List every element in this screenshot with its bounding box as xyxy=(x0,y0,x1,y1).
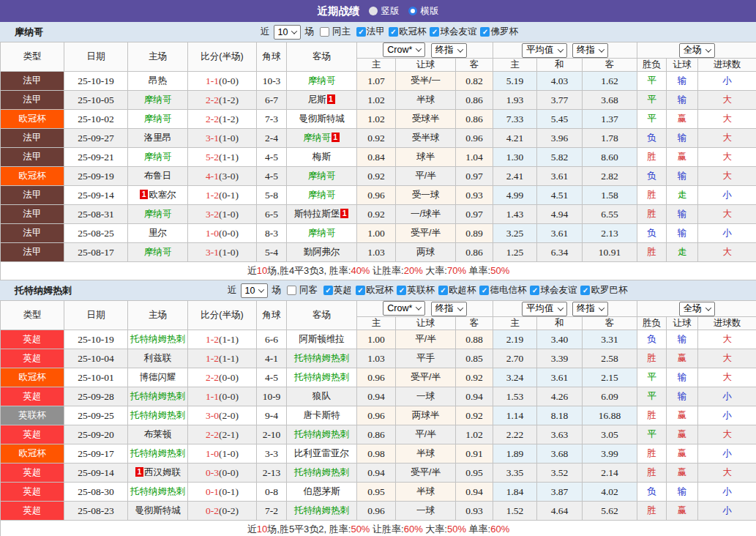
checkbox-unchecked-icon[interactable] xyxy=(320,27,329,37)
away-team[interactable]: 托特纳姆热刺 xyxy=(287,425,357,444)
home-team[interactable]: 利兹联 xyxy=(128,349,188,368)
away-team[interactable]: 比利亚雷亚尔 xyxy=(287,444,357,464)
league-filter-checkbox[interactable]: ✓法甲 xyxy=(356,26,385,38)
league-filter-checkbox[interactable]: ✓英超 xyxy=(323,284,352,297)
league-filters: ✓英超✓欧冠杯✓英联杯✓欧超杯✓德电信杯✓球会友谊✓欧罗巴杯 xyxy=(320,284,628,297)
checkbox-checked-icon[interactable]: ✓ xyxy=(397,286,406,295)
home-team[interactable]: 昂热 xyxy=(128,72,188,91)
corner-score: 6-6 xyxy=(257,330,287,349)
odds-home: 0.96 xyxy=(357,406,396,425)
league-filter-checkbox[interactable]: ✓欧冠杯 xyxy=(389,26,427,38)
away-team[interactable]: 阿斯顿维拉 xyxy=(287,330,357,349)
league-filter-checkbox[interactable]: ✓英联杯 xyxy=(397,284,435,297)
checkbox-checked-icon[interactable]: ✓ xyxy=(430,27,439,37)
league-filter-checkbox[interactable]: ✓欧冠杯 xyxy=(356,284,394,297)
away-team[interactable]: 曼彻斯特城 xyxy=(287,110,357,129)
checkbox-checked-icon[interactable]: ✓ xyxy=(479,286,489,295)
home-team[interactable]: 布莱顿 xyxy=(128,425,188,444)
average-source-select[interactable]: 平均值 xyxy=(522,43,567,58)
away-team[interactable]: 托特纳姆热刺 xyxy=(287,349,357,368)
away-team[interactable]: 托特纳姆热刺 xyxy=(287,464,357,483)
away-team[interactable]: 托特纳姆热刺 xyxy=(287,502,357,521)
odds-handicap: 受球半 xyxy=(396,110,456,129)
corner-score: 6-7 xyxy=(257,91,287,110)
home-team[interactable]: 摩纳哥 xyxy=(128,243,188,262)
away-team[interactable]: 梅斯 xyxy=(287,148,357,167)
away-team[interactable]: 托特纳姆热刺 xyxy=(287,368,357,387)
league-badge: 欧冠杯 xyxy=(1,110,64,129)
home-team[interactable]: 博德闪耀 xyxy=(128,368,188,387)
average-source-select[interactable]: 平均值 xyxy=(522,302,567,316)
league-filter-checkbox[interactable]: ✓佛罗杯 xyxy=(480,26,518,38)
away-team[interactable]: 唐卡斯特 xyxy=(287,406,357,425)
checkbox-checked-icon[interactable]: ✓ xyxy=(323,286,333,295)
odds-source-select[interactable]: Crow* xyxy=(383,42,425,57)
checkbox-checked-icon[interactable]: ✓ xyxy=(356,286,365,295)
same-venue-checkbox[interactable]: 同主 xyxy=(320,26,351,38)
home-team[interactable]: 布鲁日 xyxy=(128,167,188,186)
away-team[interactable]: 摩纳哥 xyxy=(287,167,357,186)
odds-home: 0.94 xyxy=(357,387,396,406)
league-filter-checkbox[interactable]: ✓欧超杯 xyxy=(438,284,476,297)
odds-home: 1.07 xyxy=(357,72,396,91)
league-filter-checkbox[interactable]: ✓球会友谊 xyxy=(530,284,577,297)
away-team[interactable]: 摩纳哥1 xyxy=(287,129,357,148)
league-filter-checkbox[interactable]: ✓欧罗巴杯 xyxy=(580,284,627,297)
checkbox-unchecked-icon[interactable] xyxy=(287,286,296,295)
odds-source-select[interactable]: Crow* xyxy=(383,301,425,316)
layout-radio-vertical[interactable]: 竖版 xyxy=(369,5,400,18)
checkbox-checked-icon[interactable]: ✓ xyxy=(356,27,366,37)
checkbox-checked-icon[interactable]: ✓ xyxy=(438,286,448,295)
same-venue-checkbox[interactable]: 同客 xyxy=(287,284,318,297)
away-team[interactable]: 摩纳哥 xyxy=(287,72,357,91)
odds-time-select[interactable]: 终指 xyxy=(431,43,467,58)
odds-away: 0.97 xyxy=(456,205,493,224)
home-team[interactable]: 托特纳姆热刺 xyxy=(128,444,188,464)
league-filter-checkbox[interactable]: ✓德电信杯 xyxy=(479,284,526,297)
checkbox-checked-icon[interactable]: ✓ xyxy=(530,286,539,295)
checkbox-checked-icon[interactable]: ✓ xyxy=(480,27,490,37)
away-team[interactable]: 勤阿弗尔 xyxy=(287,243,357,262)
sub-header-odds-home: 主 xyxy=(357,59,396,72)
odds-handicap: 平手 xyxy=(396,349,456,368)
home-team[interactable]: 托特纳姆热刺 xyxy=(128,387,188,406)
home-team[interactable]: 托特纳姆热刺 xyxy=(128,483,188,502)
odds-time-select[interactable]: 终指 xyxy=(431,302,467,316)
result-goals: 大 xyxy=(698,425,756,444)
avg-draw: 4.94 xyxy=(537,205,583,224)
average-time-select[interactable]: 终指 xyxy=(572,302,608,316)
away-team[interactable]: 伯恩茅斯 xyxy=(287,483,357,502)
result-goals: 大 xyxy=(698,129,756,148)
average-time-select[interactable]: 终指 xyxy=(572,43,608,58)
radio-horizontal-label: 横版 xyxy=(421,5,439,18)
checkbox-checked-icon[interactable]: ✓ xyxy=(389,27,398,37)
home-team[interactable]: 摩纳哥 xyxy=(128,148,188,167)
home-team[interactable]: 1西汉姆联 xyxy=(128,464,188,483)
home-team[interactable]: 摩纳哥 xyxy=(128,205,188,224)
away-team[interactable]: 摩纳哥 xyxy=(287,224,357,243)
home-team[interactable]: 托特纳姆热刺 xyxy=(128,330,188,349)
fulltime-select[interactable]: 全场 xyxy=(679,43,715,58)
home-team[interactable]: 1欧塞尔 xyxy=(128,186,188,205)
fulltime-select[interactable]: 全场 xyxy=(679,302,715,316)
home-team[interactable]: 里尔 xyxy=(128,224,188,243)
home-team[interactable]: 曼彻斯特城 xyxy=(128,502,188,521)
home-team[interactable]: 摩纳哥 xyxy=(128,110,188,129)
home-team[interactable]: 摩纳哥 xyxy=(128,91,188,110)
away-team[interactable]: 摩纳哥 xyxy=(287,186,357,205)
layout-radio-horizontal[interactable]: 横版 xyxy=(408,5,439,18)
radio-unselected-icon[interactable] xyxy=(369,7,378,15)
home-team[interactable]: 洛里昂 xyxy=(128,129,188,148)
league-filter-checkbox[interactable]: ✓球会友谊 xyxy=(430,26,476,38)
match-count-select[interactable]: 10 xyxy=(274,25,302,40)
avg-away: 2.14 xyxy=(583,464,637,483)
radio-selected-icon[interactable] xyxy=(408,7,417,15)
odds-away: 0.97 xyxy=(456,167,493,186)
away-team[interactable]: 斯特拉斯堡1 xyxy=(287,205,357,224)
table-row: 英超 25-09-14 1西汉姆联 0-3(0-0) 2-13 托特纳姆热刺 0… xyxy=(1,464,756,483)
home-team[interactable]: 托特纳姆热刺 xyxy=(128,406,188,425)
checkbox-checked-icon[interactable]: ✓ xyxy=(580,286,590,295)
match-count-select[interactable]: 10 xyxy=(241,283,269,298)
away-team[interactable]: 狼队 xyxy=(287,387,357,406)
away-team[interactable]: 尼斯1 xyxy=(287,91,357,110)
